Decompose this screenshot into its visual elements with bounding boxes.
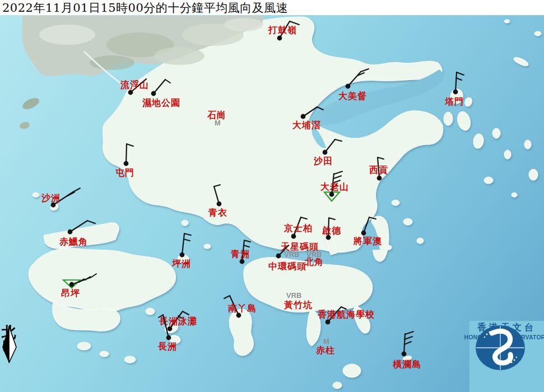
- hko-logo-icon: [469, 321, 531, 375]
- station-label-wongchukhang: 黃竹坑: [283, 300, 313, 310]
- wind-barb-feather: [214, 185, 220, 186]
- wind-barb-feather: [456, 78, 462, 80]
- wind-barb-feather: [457, 72, 464, 75]
- station-taipokau: 大埔滘: [292, 107, 323, 130]
- station-laufaushan: 流浮山: [120, 79, 149, 95]
- station-dot: [329, 192, 334, 197]
- station-label-tsingyi: 青衣: [208, 208, 227, 217]
- wind-barb-feather: [87, 221, 95, 223]
- station-ngongping: 昂坪: [61, 274, 96, 298]
- station-label-ngongping: 昂坪: [61, 288, 80, 298]
- station-dot: [217, 202, 222, 207]
- station-label-tuenmun: 屯門: [115, 168, 134, 178]
- hko-wind-map: 打鼓嶺流浮山濕地公園石崗M大埔滘沙田大美督塔門屯門沙洲西貢大老山青衣京士柏啟德將…: [0, 0, 544, 392]
- station-label-kaitak: 啟德: [322, 226, 341, 235]
- wind-barb-feather: [341, 307, 346, 309]
- station-label-tatescairn: 大老山: [320, 182, 349, 192]
- wind-barb-feather: [301, 217, 307, 219]
- station-label-wetlandpark: 濕地公園: [142, 98, 180, 108]
- station-note-stanley: M: [323, 337, 329, 346]
- station-label-tapmun: 塔門: [444, 97, 464, 106]
- station-label-stanley: 赤柱: [315, 346, 335, 355]
- station-lamma: 南丫島: [224, 296, 257, 318]
- station-label-pengchau: 坪洲: [171, 259, 191, 268]
- station-label-centralpier: 中環碼頭: [268, 262, 306, 272]
- station-label-cheungchau: 長洲: [157, 342, 177, 351]
- station-shachau: 沙洲: [41, 188, 80, 207]
- station-shatin: 沙田: [313, 139, 342, 166]
- wind-barb-feather: [165, 80, 170, 83]
- station-dot: [377, 176, 382, 181]
- station-label-greenisland: 青洲: [230, 249, 250, 259]
- wind-barb-feather: [404, 342, 411, 344]
- station-label-shatin: 沙田: [313, 156, 333, 166]
- station-waglan: 橫瀾島: [392, 332, 421, 369]
- station-dot: [69, 282, 75, 287]
- wind-barb-feather: [184, 239, 190, 241]
- station-dot: [124, 161, 129, 166]
- wind-barb-staff: [126, 144, 127, 164]
- station-kingspark: 京士柏: [283, 217, 313, 239]
- station-dot: [68, 230, 73, 235]
- wind-barb-feather: [127, 144, 133, 146]
- wind-barb-feather: [244, 245, 249, 247]
- station-greenisland: 青洲: [230, 240, 250, 264]
- title-bar: 2022年11月01日15時00分的十分鐘平均風向及風速: [0, 0, 544, 15]
- stations-layer: 打鼓嶺流浮山濕地公園石崗M大埔滘沙田大美督塔門屯門沙洲西貢大老山青衣京士柏啟德將…: [0, 0, 544, 392]
- station-dot: [151, 91, 156, 96]
- station-cheklapkok: 赤鱲角: [59, 221, 95, 246]
- station-pengchau: 坪洲: [171, 234, 191, 268]
- station-dot: [168, 326, 173, 332]
- wind-barb-feather: [334, 171, 342, 174]
- station-dot: [361, 231, 366, 236]
- station-dot: [180, 253, 185, 258]
- station-label-seaschool: 香港航海學校: [317, 309, 375, 319]
- station-dot: [453, 90, 458, 95]
- wind-barb-feather: [329, 218, 335, 220]
- wind-barb-staff: [154, 80, 165, 94]
- station-dot: [323, 150, 328, 155]
- wind-barb-feather: [244, 240, 250, 242]
- station-label-cheklapkok: 赤鱲角: [59, 237, 88, 246]
- wind-barb-staff: [70, 221, 87, 232]
- wind-barb-feather: [224, 296, 230, 298]
- wind-barb-feather: [317, 107, 323, 110]
- wind-barb-feather: [73, 188, 80, 192]
- station-dot: [291, 234, 296, 239]
- station-note-wongchukhang: VRB: [286, 291, 301, 300]
- wind-barb-feather: [184, 234, 191, 235]
- station-dot: [346, 84, 351, 89]
- station-tuenmun: 屯門: [115, 144, 134, 178]
- station-label-tseungkwano: 將軍澳: [353, 236, 382, 246]
- station-label-shachau: 沙洲: [41, 193, 61, 203]
- station-tapmun: 塔門: [444, 72, 464, 106]
- north-arrow-icon: [0, 325, 22, 364]
- station-dot: [301, 114, 306, 119]
- station-note-northpoint: VRB: [306, 250, 322, 259]
- wind-barb-staff: [348, 72, 361, 86]
- station-tsingyi: 青衣: [208, 185, 227, 217]
- station-takwuling: 打鼓嶺: [268, 21, 299, 40]
- station-dot: [276, 254, 281, 259]
- wind-barb-feather: [335, 139, 342, 141]
- station-label-taimeituk: 大美督: [338, 91, 367, 101]
- station-tseungkwano: 將軍澳: [353, 217, 382, 246]
- station-label-taipokau: 大埔滘: [292, 120, 321, 130]
- wind-barb-feather: [378, 157, 384, 159]
- station-label-takwuling: 打鼓嶺: [268, 25, 297, 35]
- station-dot: [402, 352, 407, 357]
- wind-barb-feather: [361, 69, 369, 72]
- compass: 北 N: [0, 325, 26, 353]
- station-kaitak: 啟德: [322, 218, 341, 240]
- hko-logo: 香港天文台 HONG KONG OBSERVATORY: [469, 321, 544, 392]
- wind-barb-feather: [91, 274, 96, 277]
- station-dot: [277, 36, 282, 41]
- station-northpoint: 北角VRB: [304, 250, 324, 267]
- station-dot: [166, 335, 171, 340]
- wind-barb-feather: [290, 21, 299, 25]
- station-dot: [128, 90, 133, 95]
- station-tatescairn: 大老山: [320, 171, 349, 201]
- wind-barb-feather: [183, 311, 189, 315]
- wind-barb-staff: [364, 217, 369, 233]
- station-seaschool: 香港航海學校: [317, 307, 375, 324]
